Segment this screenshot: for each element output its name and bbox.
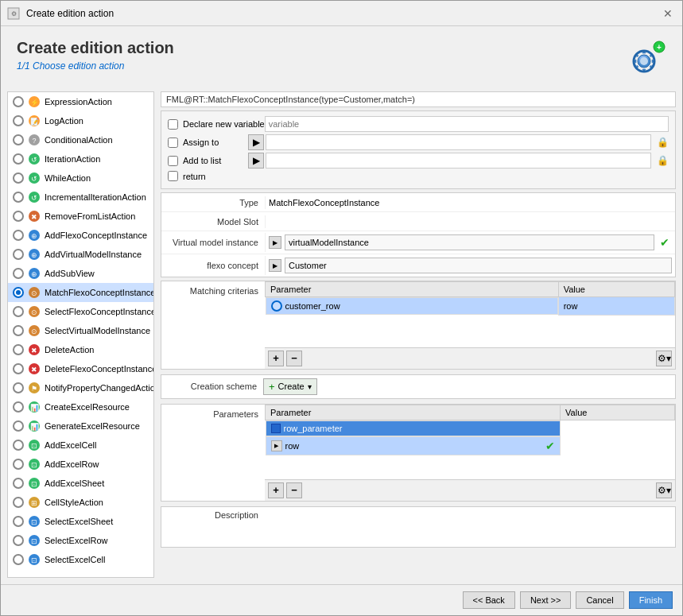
svg-text:⊡: ⊡	[31, 518, 37, 526]
radio-addexcelcell	[13, 440, 24, 451]
matching-criterias-table-wrap: Parameter Value customer_rowrow + − ⚙▾	[265, 281, 675, 369]
list-item-incrementaliterationaction[interactable]: ↺IncrementalIterationAction	[8, 188, 153, 207]
matching-section: Matching criterias Parameter Value custo…	[161, 281, 676, 370]
svg-text:⊕: ⊕	[31, 270, 37, 278]
list-item-addvirtualmodelinstance[interactable]: ⊕AddVirtualModelInstance	[8, 245, 153, 264]
list-item-cellstyleaction[interactable]: ⊞CellStyleAction	[8, 493, 153, 512]
bottom-bar: << Back Next >> Cancel Finish	[1, 584, 682, 615]
creation-scheme-value: Create	[278, 382, 305, 391]
list-item-removefromlistaction[interactable]: ✖RemoveFromListAction	[8, 207, 153, 226]
gear-icon: +	[623, 39, 666, 85]
list-item-addsubview[interactable]: ⊕AddSubView	[8, 264, 153, 283]
svg-text:⊡: ⊡	[31, 442, 37, 450]
option-addtolist: Add to list ▶ 🔒	[168, 153, 669, 169]
radio-notifypropertychangedaction	[13, 382, 24, 393]
params-add-btn[interactable]: +	[268, 482, 284, 498]
params-gear-btn[interactable]: ⚙▾	[656, 482, 672, 498]
params-row[interactable]: row_parameter▶row✔	[266, 420, 675, 455]
declare-input[interactable]	[265, 116, 669, 132]
model-slot-label: Model Slot	[161, 217, 265, 227]
radio-addexcelrow	[13, 459, 24, 470]
gen-excel-icon: 📊	[27, 419, 41, 433]
addtolist-checkbox[interactable]	[168, 156, 178, 166]
return-checkbox[interactable]	[168, 171, 178, 181]
svg-text:⊞: ⊞	[31, 499, 37, 507]
next-button[interactable]: Next >>	[520, 591, 572, 609]
list-item-selectflexoconceptinstance[interactable]: ⊙SelectFlexoConceptInstance	[8, 302, 153, 321]
svg-text:⊕: ⊕	[31, 251, 37, 259]
params-label: Parameters	[161, 405, 265, 422]
list-item-generateexcelresource[interactable]: 📊GenerateExcelResource	[8, 416, 153, 436]
list-item-selectvirtualmodelinstance[interactable]: ⊙SelectVirtualModelInstance	[8, 321, 153, 340]
svg-text:+: +	[657, 43, 662, 52]
model-slot-input[interactable]	[269, 217, 672, 227]
creation-scheme-arrow-icon: ▾	[308, 382, 312, 391]
finish-button[interactable]: Finish	[629, 591, 673, 609]
matching-param-cell: customer_row	[266, 297, 558, 315]
description-input[interactable]	[265, 507, 675, 547]
options-panel: Declare new variable Assign to ▶ 🔒 Add t…	[161, 110, 676, 189]
list-item-whileaction[interactable]: ↺WhileAction	[8, 169, 153, 188]
list-item-deleteaction[interactable]: ✖DeleteAction	[8, 340, 153, 359]
matching-gear-btn[interactable]: ⚙▾	[656, 351, 672, 366]
list-item-label-removefromlistaction: RemoveFromListAction	[45, 211, 135, 221]
matching-remove-btn[interactable]: −	[286, 351, 302, 366]
virtual-model-input[interactable]	[285, 234, 654, 250]
list-item-label-addexcelcell: AddExcelCell	[45, 440, 96, 450]
model-slot-value[interactable]	[265, 215, 675, 228]
addtolist-play-btn[interactable]: ▶	[248, 153, 264, 169]
creation-scheme-button[interactable]: + Create ▾	[263, 378, 317, 395]
param-value-play-btn[interactable]: ▶	[271, 440, 282, 451]
list-item-addflexoconceptinstance[interactable]: ⊕AddFlexoConceptInstance	[8, 226, 153, 245]
list-item-conditionalaction[interactable]: ?ConditionalAction	[8, 130, 153, 149]
matching-add-btn[interactable]: +	[268, 351, 284, 366]
radio-whileaction	[13, 172, 24, 184]
list-item-deleteflexoconceptinstance[interactable]: ✖DeleteFlexoConceptInstance	[8, 359, 153, 378]
list-item-addexcelsheet[interactable]: ⊡AddExcelSheet	[8, 474, 153, 493]
cancel-button[interactable]: Cancel	[576, 591, 623, 609]
list-item-notifypropertychangedaction[interactable]: ⚑NotifyPropertyChangedAction	[8, 378, 153, 397]
params-toolbar: + − ⚙▾	[265, 479, 675, 501]
params-empty-space	[265, 455, 675, 479]
list-item-label-matchflexoconceptinstance: MatchFlexoConceptInstance	[45, 288, 154, 297]
close-button[interactable]: ✕	[660, 6, 676, 21]
addtolist-lock-icon: 🔒	[656, 154, 669, 167]
list-item-selectexcelcell[interactable]: ⊡SelectExcelCell	[8, 550, 153, 569]
list-item-selectexcelsheet[interactable]: ⊡SelectExcelSheet	[8, 512, 153, 531]
creation-scheme-row: Creation scheme + Create ▾	[161, 374, 676, 399]
addtolist-input[interactable]	[266, 153, 651, 169]
matching-value-header: Value	[558, 282, 674, 297]
list-item-label-addflexoconceptinstance: AddFlexoConceptInstance	[45, 231, 147, 240]
list-item-label-conditionalaction: ConditionalAction	[45, 135, 113, 145]
assign-lock-icon: 🔒	[656, 136, 669, 149]
params-value-header: Value	[561, 405, 675, 420]
matching-row[interactable]: customer_rowrow	[266, 297, 675, 316]
flexo-concept-play-btn[interactable]: ▶	[269, 259, 281, 272]
model-slot-row: Model Slot	[161, 212, 675, 231]
list-item-logaction[interactable]: 📝LogAction	[8, 111, 153, 130]
list-item-createexcelresource[interactable]: 📊CreateExcelResource	[8, 397, 153, 416]
list-item-selectexcelrow[interactable]: ⊡SelectExcelRow	[8, 531, 153, 550]
back-button[interactable]: << Back	[463, 591, 515, 609]
params-table: Parameter Value row_parameter▶row✔	[265, 405, 675, 455]
titlebar: ⚙ Create edition action ✕	[1, 1, 682, 26]
list-item-label-notifypropertychangedaction: NotifyPropertyChangedAction	[45, 383, 154, 393]
list-item-iterationaction[interactable]: ↺IterationAction	[8, 149, 153, 169]
virtual-model-play-btn[interactable]: ▶	[269, 236, 281, 249]
assign-checkbox[interactable]	[168, 138, 178, 148]
matching-param-header: Parameter	[266, 282, 559, 297]
list-item-expressionaction[interactable]: ⚡ExpressionAction	[8, 92, 153, 111]
declare-checkbox[interactable]	[168, 119, 178, 130]
params-remove-btn[interactable]: −	[286, 482, 302, 498]
delete-icon: ✖	[27, 343, 41, 357]
flexo-concept-input[interactable]	[285, 258, 672, 273]
svg-text:↺: ↺	[31, 156, 37, 164]
radio-cellstyleaction	[13, 497, 24, 508]
assign-input[interactable]	[266, 134, 651, 150]
list-item-addexcelcell[interactable]: ⊡AddExcelCell	[8, 436, 153, 455]
svg-text:📊: 📊	[30, 403, 40, 413]
assign-play-btn[interactable]: ▶	[248, 134, 264, 150]
list-item-matchflexoconceptinstance[interactable]: ⊙MatchFlexoConceptInstance	[8, 283, 153, 302]
list-item-addexcelrow[interactable]: ⊡AddExcelRow	[8, 455, 153, 474]
list-item-label-deleteaction: DeleteAction	[45, 345, 94, 354]
